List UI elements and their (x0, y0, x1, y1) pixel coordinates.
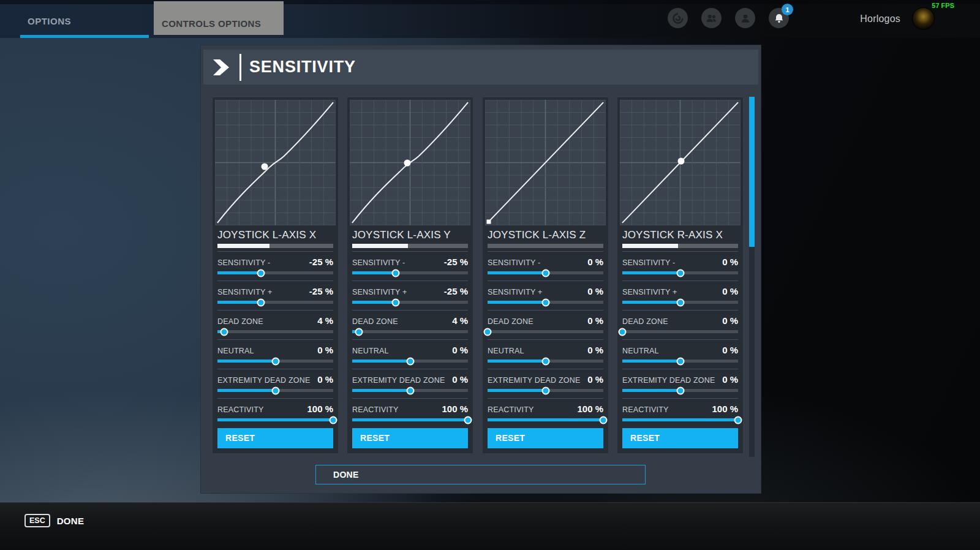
slider-row-head: SENSITIVITY + -25 % (352, 286, 468, 296)
esc-done-shortcut[interactable]: ESC DONE (0, 503, 980, 527)
reset-button[interactable]: RESET (488, 428, 603, 448)
slider-track[interactable] (217, 271, 333, 274)
slider-handle[interactable] (391, 298, 399, 306)
slider-handle[interactable] (391, 269, 399, 277)
slider-rows: SENSITIVITY - 0 % SENSITIVITY + 0 % DEAD… (483, 251, 608, 428)
slider-row-head: NEUTRAL 0 % (352, 345, 468, 355)
avatar[interactable] (912, 7, 935, 30)
slider-track[interactable] (488, 301, 603, 304)
slider-label: SENSITIVITY - (217, 258, 270, 267)
slider-fill (622, 271, 680, 274)
tab-options[interactable]: OPTIONS (20, 0, 149, 38)
bell-icon[interactable]: 1 (769, 8, 789, 28)
tab-controls-options-label: CONTROLS OPTIONS (162, 18, 261, 29)
slider-row: EXTREMITY DEAD ZONE 0 % (488, 369, 603, 398)
slider-handle[interactable] (541, 386, 549, 394)
slider-handle[interactable] (257, 298, 265, 306)
slider-track[interactable] (352, 418, 468, 421)
slider-handle[interactable] (484, 328, 492, 336)
slider-handle[interactable] (406, 357, 414, 365)
slider-value: 0 % (722, 374, 738, 385)
slider-track[interactable] (217, 389, 333, 392)
slider-handle[interactable] (734, 416, 742, 424)
scrollbar-track[interactable] (749, 97, 755, 457)
slider-handle[interactable] (541, 269, 549, 277)
slider-track[interactable] (352, 271, 468, 274)
slider-label: SENSITIVITY + (488, 288, 543, 296)
slider-track[interactable] (352, 301, 468, 304)
slider-handle[interactable] (221, 328, 228, 336)
tab-controls-options[interactable]: CONTROLS OPTIONS (154, 1, 284, 35)
slider-row: EXTREMITY DEAD ZONE 0 % (622, 369, 738, 398)
slider-handle[interactable] (257, 269, 265, 277)
slider-row-head: REACTIVITY 100 % (352, 404, 468, 414)
slider-handle[interactable] (464, 416, 472, 424)
slider-label: EXTREMITY DEAD ZONE (352, 376, 445, 385)
slider-track[interactable] (488, 330, 603, 333)
slider-fill (217, 389, 276, 392)
profile-icon[interactable] (735, 8, 755, 28)
slider-label: NEUTRAL (622, 347, 659, 355)
slider-row-head: NEUTRAL 0 % (488, 345, 603, 355)
slider-handle[interactable] (676, 298, 684, 306)
slider-track[interactable] (622, 360, 738, 363)
slider-handle[interactable] (676, 357, 684, 365)
slider-track[interactable] (352, 360, 468, 363)
slider-handle[interactable] (406, 386, 414, 394)
slider-value: 0 % (587, 345, 603, 355)
slider-row: SENSITIVITY + -25 % (352, 281, 468, 310)
slider-fill (217, 360, 276, 363)
slider-handle[interactable] (355, 328, 363, 336)
slider-label: REACTIVITY (352, 405, 399, 414)
slider-value: -25 % (444, 257, 468, 267)
slider-row-head: EXTREMITY DEAD ZONE 0 % (217, 374, 333, 385)
slider-handle[interactable] (619, 328, 627, 336)
slider-handle[interactable] (676, 386, 684, 394)
slider-track[interactable] (488, 418, 603, 421)
slider-row-head: SENSITIVITY + 0 % (488, 286, 603, 296)
slider-handle[interactable] (541, 357, 549, 365)
slider-track[interactable] (352, 330, 468, 333)
slider-fill (488, 360, 546, 363)
slider-handle[interactable] (676, 269, 684, 277)
done-button[interactable]: DONE (315, 465, 646, 484)
tab-options-label: OPTIONS (28, 16, 71, 26)
axis-column: JOYSTICK L-AXIS X SENSITIVITY - -25 % SE… (212, 97, 339, 454)
slider-track[interactable] (488, 360, 603, 363)
slider-track[interactable] (352, 389, 468, 392)
slider-track[interactable] (622, 389, 738, 392)
scrollbar-thumb[interactable] (749, 97, 755, 247)
slider-row-head: EXTREMITY DEAD ZONE 0 % (622, 374, 738, 385)
slider-handle[interactable] (541, 298, 549, 306)
slider-row-head: REACTIVITY 100 % (217, 404, 333, 414)
slider-track[interactable] (622, 271, 738, 274)
slider-row-head: SENSITIVITY - -25 % (352, 257, 468, 267)
reset-button[interactable]: RESET (352, 428, 468, 448)
slider-handle[interactable] (330, 416, 337, 424)
reset-button[interactable]: RESET (622, 428, 738, 448)
slider-handle[interactable] (271, 357, 279, 365)
axis-input-fill (352, 244, 408, 248)
slider-handle[interactable] (600, 416, 608, 424)
reset-button[interactable]: RESET (217, 428, 333, 448)
spiral-icon[interactable] (668, 8, 688, 28)
slider-track[interactable] (622, 418, 738, 421)
slider-track[interactable] (622, 330, 738, 333)
slider-row-head: REACTIVITY 100 % (622, 404, 738, 414)
slider-track[interactable] (217, 360, 333, 363)
slider-row: EXTREMITY DEAD ZONE 0 % (352, 369, 468, 398)
slider-track[interactable] (488, 389, 603, 392)
slider-value: 0 % (722, 257, 738, 267)
slider-fill (488, 271, 546, 274)
slider-track[interactable] (622, 301, 738, 304)
slider-track[interactable] (217, 418, 333, 421)
slider-track[interactable] (217, 301, 333, 304)
slider-track[interactable] (488, 271, 603, 274)
slider-track[interactable] (217, 330, 333, 333)
friends-icon[interactable] (701, 8, 722, 28)
slider-row: SENSITIVITY - 0 % (488, 251, 603, 281)
profile-icon-glyph (739, 12, 752, 24)
top-bar: OPTIONS CONTROLS OPTIONS (0, 0, 980, 38)
slider-value: 0 % (722, 315, 738, 326)
slider-handle[interactable] (271, 386, 279, 394)
